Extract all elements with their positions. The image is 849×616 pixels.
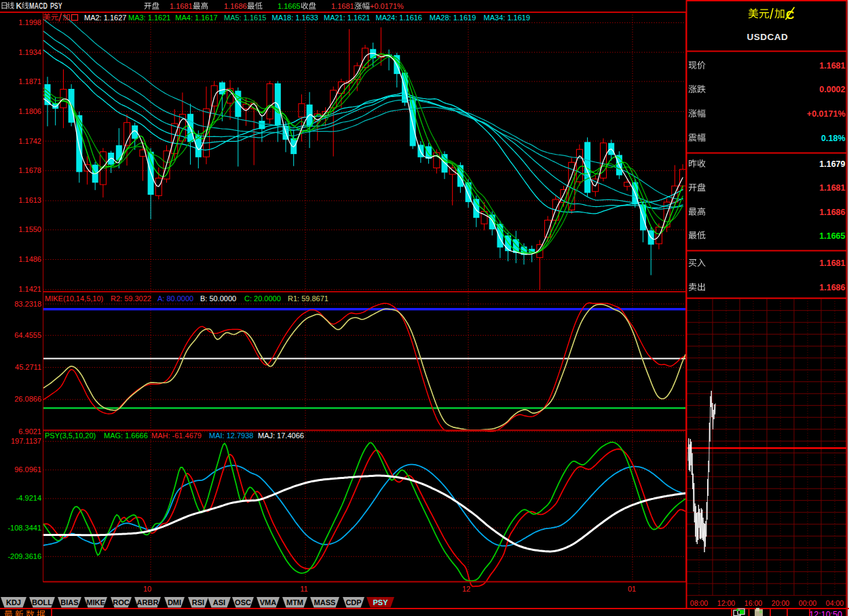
svg-text:OSC: OSC	[235, 598, 251, 607]
svg-text:1.1681: 1.1681	[819, 61, 845, 71]
svg-text:1.1681: 1.1681	[331, 2, 354, 10]
svg-text:MA3: 1.1621: MA3: 1.1621	[128, 14, 170, 22]
svg-text:1.1613: 1.1613	[18, 196, 41, 204]
svg-text:MA18: 1.1633: MA18: 1.1633	[272, 14, 319, 22]
svg-text:-108.3441: -108.3441	[7, 524, 41, 532]
svg-text:1.1686: 1.1686	[819, 208, 845, 217]
svg-text:K: K	[16, 1, 22, 11]
svg-text:MAH: -61.4679: MAH: -61.4679	[151, 431, 202, 440]
svg-text:RSI: RSI	[192, 598, 204, 607]
svg-text:PSY: PSY	[373, 598, 388, 607]
svg-text:VMA: VMA	[260, 598, 277, 607]
svg-text:1.1806: 1.1806	[18, 107, 41, 115]
svg-text:MA28: 1.1619: MA28: 1.1619	[430, 14, 476, 22]
svg-text:12:00: 12:00	[717, 599, 735, 607]
svg-text:A: 80.0000: A: 80.0000	[157, 294, 193, 303]
svg-text:64.4555: 64.4555	[14, 331, 41, 339]
svg-text:1.1686: 1.1686	[224, 2, 247, 10]
svg-text:PSY: PSY	[50, 1, 62, 11]
svg-text:1.1665: 1.1665	[278, 2, 301, 10]
svg-text:MAJ: 17.4066: MAJ: 17.4066	[258, 431, 304, 440]
svg-text:MA4: 1.1617: MA4: 1.1617	[175, 14, 217, 22]
svg-text:1.1486: 1.1486	[18, 255, 41, 263]
svg-text:1.1998: 1.1998	[18, 18, 41, 26]
svg-text:MIKE(10,14,5,10): MIKE(10,14,5,10)	[45, 294, 103, 303]
svg-text:ASI: ASI	[213, 598, 225, 607]
svg-text:12: 12	[462, 585, 470, 593]
svg-text:MA2: 1.1627: MA2: 1.1627	[84, 14, 126, 22]
svg-text:MA24: 1.1616: MA24: 1.1616	[376, 14, 423, 22]
svg-text:B: 50.0000: B: 50.0000	[200, 294, 236, 303]
svg-text:1.1686: 1.1686	[819, 283, 845, 292]
svg-text:C: 20.0000: C: 20.0000	[244, 294, 281, 303]
svg-text:USDCAD: USDCAD	[747, 32, 789, 42]
svg-text:BIAS: BIAS	[60, 598, 78, 607]
svg-text:MASS: MASS	[314, 598, 336, 607]
svg-text:MIKE: MIKE	[86, 598, 105, 607]
svg-text:ROC: ROC	[113, 598, 130, 607]
svg-text:83.2318: 83.2318	[14, 300, 41, 308]
svg-text:1.1934: 1.1934	[18, 48, 41, 56]
svg-text:11: 11	[300, 585, 307, 593]
svg-text:-209.3616: -209.3616	[7, 552, 41, 560]
svg-text:6.9021: 6.9021	[18, 427, 41, 436]
svg-text:MA5: 1.1615: MA5: 1.1615	[224, 14, 266, 22]
svg-text:04:00: 04:00	[826, 599, 844, 607]
svg-text:CDP: CDP	[345, 598, 361, 607]
svg-text:C: C	[786, 9, 794, 22]
svg-text:MAG: 1.6666: MAG: 1.6666	[104, 431, 148, 440]
svg-text:-4.9214: -4.9214	[16, 494, 41, 502]
svg-text:ARBR: ARBR	[137, 598, 159, 607]
svg-text:96.0961: 96.0961	[14, 465, 41, 474]
svg-text:197.1137: 197.1137	[11, 437, 41, 445]
svg-text:1.1681: 1.1681	[819, 183, 845, 193]
svg-text:1.1681: 1.1681	[170, 2, 193, 10]
svg-text:01: 01	[628, 585, 636, 593]
svg-text:PSY(3,5,10,20): PSY(3,5,10,20)	[45, 431, 96, 440]
svg-text:MA21: 1.1621: MA21: 1.1621	[324, 14, 371, 22]
svg-text:MA34: 1.1619: MA34: 1.1619	[484, 14, 531, 22]
svg-text:+0.0171%: +0.0171%	[370, 2, 404, 10]
svg-text:1.1681: 1.1681	[819, 258, 845, 268]
svg-text:1.1678: 1.1678	[18, 166, 41, 174]
svg-text:10: 10	[143, 585, 151, 593]
svg-text:0.0002: 0.0002	[819, 85, 845, 94]
svg-text:KDJ: KDJ	[6, 598, 21, 607]
svg-text:R2: 59.3022: R2: 59.3022	[111, 294, 151, 303]
svg-text:00:00: 00:00	[799, 599, 816, 607]
svg-text:MAI: 12.7938: MAI: 12.7938	[209, 431, 253, 440]
svg-text:+0.0171%: +0.0171%	[807, 109, 846, 119]
svg-text:12:10:50: 12:10:50	[809, 610, 842, 616]
svg-text:45.2711: 45.2711	[15, 363, 41, 371]
svg-text:16:00: 16:00	[744, 599, 762, 607]
svg-text:08:00: 08:00	[690, 599, 708, 607]
svg-text:1.1665: 1.1665	[819, 231, 845, 241]
svg-text:R1: 59.8671: R1: 59.8671	[288, 294, 328, 303]
svg-text:1.1421: 1.1421	[18, 285, 41, 293]
svg-text:0.18%: 0.18%	[821, 134, 845, 143]
svg-text:DMI: DMI	[168, 598, 181, 607]
svg-text:26.0866: 26.0866	[14, 395, 41, 403]
svg-text:1.1742: 1.1742	[18, 137, 41, 145]
svg-text:1.1679: 1.1679	[819, 159, 845, 169]
svg-text:1.1871: 1.1871	[18, 77, 41, 85]
svg-text:BOLL: BOLL	[32, 598, 52, 607]
svg-text:1.1550: 1.1550	[18, 225, 41, 233]
svg-text:20:00: 20:00	[772, 599, 789, 607]
svg-text:MTM: MTM	[286, 598, 303, 607]
svg-text:MACD: MACD	[29, 1, 48, 11]
